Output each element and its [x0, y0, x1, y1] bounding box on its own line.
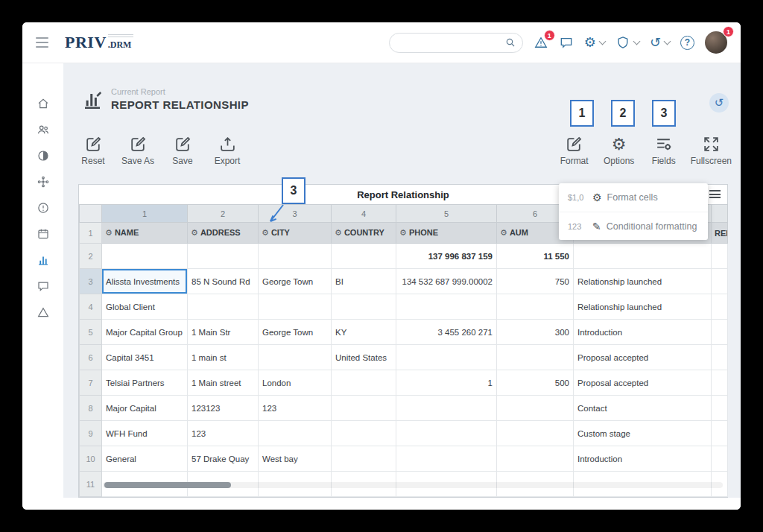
column-header[interactable]: ⚙COUNTRY	[332, 223, 396, 244]
export-button[interactable]: Export	[209, 135, 245, 166]
grid-cell[interactable]: Major Capital Group	[102, 320, 188, 345]
row-number[interactable]: 3	[80, 269, 102, 294]
grid-cell[interactable]	[259, 345, 332, 370]
grid-cell[interactable]: Proposal accepted	[574, 370, 712, 396]
grid-cell[interactable]	[396, 294, 497, 320]
grid-cell[interactable]	[497, 294, 574, 320]
grid-cell[interactable]: 1 main st	[188, 345, 259, 370]
row-number[interactable]: 5	[80, 320, 102, 345]
grid-cell[interactable]: Relationship launched	[574, 269, 712, 294]
history-dropdown[interactable]: ↺	[650, 35, 670, 50]
grid-cell[interactable]	[259, 294, 332, 320]
grid-cell[interactable]: Introduction	[574, 320, 712, 345]
gear-icon[interactable]: ⚙	[191, 228, 198, 238]
alerts-button[interactable]: 1	[534, 35, 548, 50]
grid-cell[interactable]	[188, 294, 259, 320]
refresh-button[interactable]: ↺	[709, 93, 729, 113]
user-avatar[interactable]: 1	[705, 31, 727, 54]
sidebar-item-reports[interactable]	[22, 247, 63, 273]
row-number[interactable]: 11	[80, 472, 102, 497]
gear-icon[interactable]: ⚙	[500, 228, 507, 238]
grid-cell[interactable]: 57 Drake Quay	[188, 446, 259, 472]
scrollbar-thumb[interactable]	[104, 482, 231, 488]
grid-cell[interactable]: 1 Main Str	[188, 320, 259, 345]
row-number[interactable]: 9	[80, 421, 102, 446]
row-number[interactable]: 10	[80, 446, 102, 472]
grid-cell[interactable]: Relationship launched	[574, 294, 712, 320]
gear-icon[interactable]: ⚙	[399, 228, 407, 238]
sidebar-item-integrations[interactable]	[22, 168, 63, 194]
messages-button[interactable]	[559, 35, 574, 50]
column-header[interactable]: ⚙CITY	[259, 223, 332, 244]
grid-cell[interactable]	[574, 244, 712, 269]
grid-cell[interactable]	[396, 396, 497, 421]
horizontal-scrollbar[interactable]	[103, 482, 723, 488]
row-number[interactable]: 6	[80, 345, 102, 370]
column-number[interactable]	[712, 205, 728, 223]
grid-cell[interactable]: 500	[497, 370, 574, 396]
grid-cell[interactable]	[259, 244, 332, 269]
reset-button[interactable]: Reset	[75, 135, 111, 166]
column-header[interactable]: ⚙PHONE	[396, 223, 497, 244]
grid-cell[interactable]: 11 550	[497, 244, 574, 269]
grid-cell[interactable]: 85 N Sound Rd	[188, 269, 259, 294]
grid-cell[interactable]	[712, 446, 728, 472]
sidebar-item-clients[interactable]	[22, 116, 63, 142]
grid-cell[interactable]: Capital 3451	[102, 345, 188, 370]
grid-cell[interactable]	[712, 421, 728, 446]
grid-cell[interactable]: Major Capital	[102, 396, 188, 421]
sidebar-item-messages[interactable]	[22, 273, 63, 299]
grid-cell[interactable]: United States	[332, 345, 396, 370]
security-dropdown[interactable]	[615, 35, 639, 50]
sidebar-item-alerts[interactable]	[22, 194, 63, 221]
grid-cell[interactable]: 1	[396, 370, 497, 396]
grid-cell[interactable]: 137 996 837 159	[396, 244, 497, 269]
grid-cell[interactable]	[497, 421, 574, 446]
grid-corner[interactable]	[80, 205, 102, 223]
grid-cell[interactable]: 134 532 687 999.00002	[396, 269, 497, 294]
column-number[interactable]: 1	[102, 205, 188, 223]
save-as-button[interactable]: Save As	[120, 135, 156, 166]
grid-cell[interactable]: 300	[497, 320, 574, 345]
row-number[interactable]: 2	[80, 244, 102, 269]
format-button[interactable]: Format	[557, 135, 592, 166]
row-number[interactable]: 8	[80, 396, 102, 421]
grid-cell[interactable]: BI	[332, 269, 396, 294]
grid-cell[interactable]	[712, 269, 728, 294]
grid-cell[interactable]: London	[259, 370, 332, 396]
gear-icon[interactable]: ⚙	[335, 228, 342, 238]
grid-cell[interactable]	[712, 244, 728, 269]
fullscreen-button[interactable]: Fullscreen	[691, 135, 732, 166]
menu-item-conditional-formatting[interactable]: 123 ✎ Conditional formatting	[559, 212, 708, 240]
grid-cell[interactable]: Contact	[574, 396, 712, 421]
gear-icon[interactable]: ⚙	[262, 228, 269, 238]
grid-cell[interactable]: George Town	[259, 269, 332, 294]
grid-cell[interactable]: 123	[188, 421, 259, 446]
grid-cell[interactable]	[332, 421, 396, 446]
grid-cell[interactable]: 123	[259, 396, 332, 421]
grid-cell[interactable]	[259, 421, 332, 446]
search-input[interactable]	[389, 33, 523, 53]
grid-cell[interactable]: KY	[332, 320, 396, 345]
grid-cell[interactable]	[712, 370, 728, 396]
grid-cell[interactable]: 123123	[188, 396, 259, 421]
grid-cell[interactable]	[332, 446, 396, 472]
sidebar-item-risk[interactable]	[22, 299, 63, 325]
grid-cell[interactable]: 3 455 260 271	[396, 320, 497, 345]
column-header[interactable]: ⚙ADDRESS	[188, 223, 259, 244]
menu-icon[interactable]	[36, 37, 48, 48]
grid-cell[interactable]	[497, 345, 574, 370]
grid-cell[interactable]	[188, 244, 259, 269]
grid-cell[interactable]	[497, 396, 574, 421]
grid-cell[interactable]: WFH Fund	[102, 421, 188, 446]
grid-cell[interactable]	[396, 345, 497, 370]
menu-item-format-cells[interactable]: $1,0 ⚙ Format cells	[559, 183, 708, 212]
grid-menu-icon[interactable]	[709, 190, 721, 198]
grid-cell[interactable]: West bay	[259, 446, 332, 472]
grid-cell[interactable]: 1 Main street	[188, 370, 259, 396]
sidebar-item-portfolio[interactable]	[22, 142, 63, 168]
grid-cell[interactable]	[332, 244, 396, 269]
help-button[interactable]: ?	[680, 36, 694, 50]
grid-cell[interactable]: Proposal accepted	[574, 345, 712, 370]
grid-cell[interactable]	[332, 396, 396, 421]
